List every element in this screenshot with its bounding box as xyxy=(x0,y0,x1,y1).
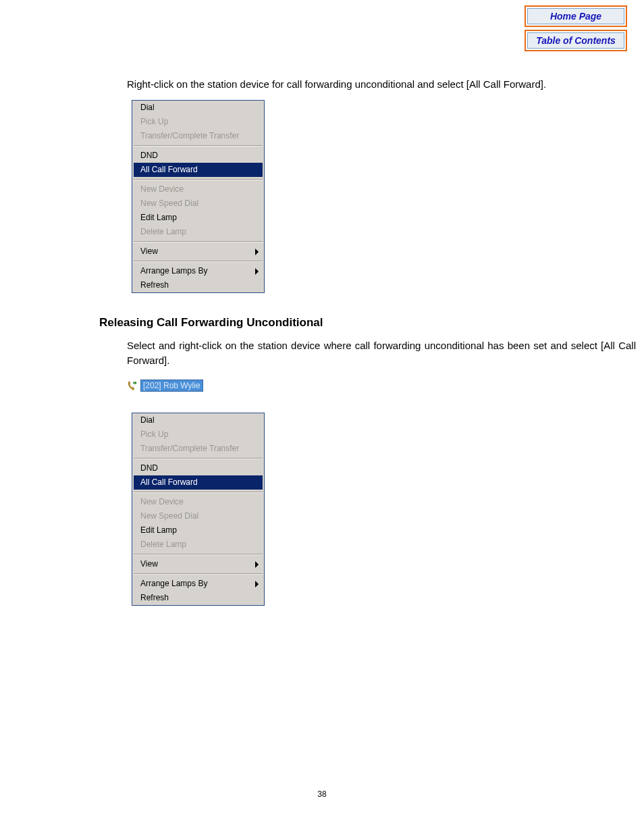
menu-item-pickup: Pick Up xyxy=(132,427,264,442)
menu-separator xyxy=(134,261,263,262)
page-number: 38 xyxy=(0,789,644,799)
menu-item-arrange[interactable]: Arrange Lamps By xyxy=(132,264,264,278)
table-of-contents-button[interactable]: Table of Contents xyxy=(525,30,627,51)
menu-item-refresh[interactable]: Refresh xyxy=(132,591,264,605)
menu-item-all-call-forward[interactable]: All Call Forward xyxy=(134,475,263,490)
menu-item-arrange-label: Arrange Lamps By xyxy=(140,579,207,588)
submenu-arrow-icon xyxy=(255,249,259,255)
menu-item-new-speed-dial: New Speed Dial xyxy=(132,197,264,211)
submenu-arrow-icon xyxy=(255,268,259,275)
menu-item-view[interactable]: View xyxy=(132,557,264,571)
context-menu-1: Dial Pick Up Transfer/Complete Transfer … xyxy=(132,100,265,293)
home-page-button[interactable]: Home Page xyxy=(525,5,627,27)
menu-item-delete-lamp: Delete Lamp xyxy=(132,225,264,239)
menu-item-view-label: View xyxy=(140,246,158,256)
menu-item-edit-lamp[interactable]: Edit Lamp xyxy=(132,523,264,538)
menu-separator xyxy=(134,241,263,242)
station-device-chip[interactable]: [202] Rob Wylie xyxy=(127,380,203,392)
submenu-arrow-icon xyxy=(255,581,259,588)
menu-item-transfer: Transfer/Complete Transfer xyxy=(132,442,264,456)
menu-item-pickup: Pick Up xyxy=(132,115,264,129)
table-of-contents-label: Table of Contents xyxy=(527,32,624,49)
menu-item-arrange-label: Arrange Lamps By xyxy=(140,266,207,276)
menu-item-delete-lamp: Delete Lamp xyxy=(132,538,264,552)
menu-item-new-speed-dial: New Speed Dial xyxy=(132,509,264,523)
section-heading: Releasing Call Forwarding Unconditional xyxy=(99,316,323,330)
menu-item-arrange[interactable]: Arrange Lamps By xyxy=(132,577,264,591)
menu-item-view[interactable]: View xyxy=(132,244,264,259)
menu-separator xyxy=(134,554,263,555)
submenu-arrow-icon xyxy=(255,561,259,568)
menu-item-dnd[interactable]: DND xyxy=(132,149,264,163)
menu-item-dnd[interactable]: DND xyxy=(132,461,264,475)
station-device-label: [202] Rob Wylie xyxy=(140,380,203,392)
menu-item-new-device: New Device xyxy=(132,182,264,197)
menu-item-new-device: New Device xyxy=(132,495,264,509)
menu-item-all-call-forward[interactable]: All Call Forward xyxy=(134,163,263,177)
menu-item-refresh[interactable]: Refresh xyxy=(132,278,264,292)
call-forward-icon xyxy=(127,380,138,391)
menu-item-edit-lamp[interactable]: Edit Lamp xyxy=(132,211,264,225)
menu-item-transfer: Transfer/Complete Transfer xyxy=(132,129,264,143)
menu-separator xyxy=(134,179,263,180)
menu-separator xyxy=(134,458,263,459)
menu-separator xyxy=(134,492,263,493)
menu-item-view-label: View xyxy=(140,559,158,569)
instruction-text: Right-click on the station device for ca… xyxy=(127,77,636,92)
menu-separator xyxy=(134,145,263,147)
context-menu-2: Dial Pick Up Transfer/Complete Transfer … xyxy=(132,413,265,606)
home-page-label: Home Page xyxy=(527,8,624,24)
menu-item-dial[interactable]: Dial xyxy=(132,101,264,115)
menu-separator xyxy=(134,573,263,575)
release-instruction-text: Select and right-click on the station de… xyxy=(127,338,636,368)
menu-item-dial[interactable]: Dial xyxy=(132,413,264,427)
